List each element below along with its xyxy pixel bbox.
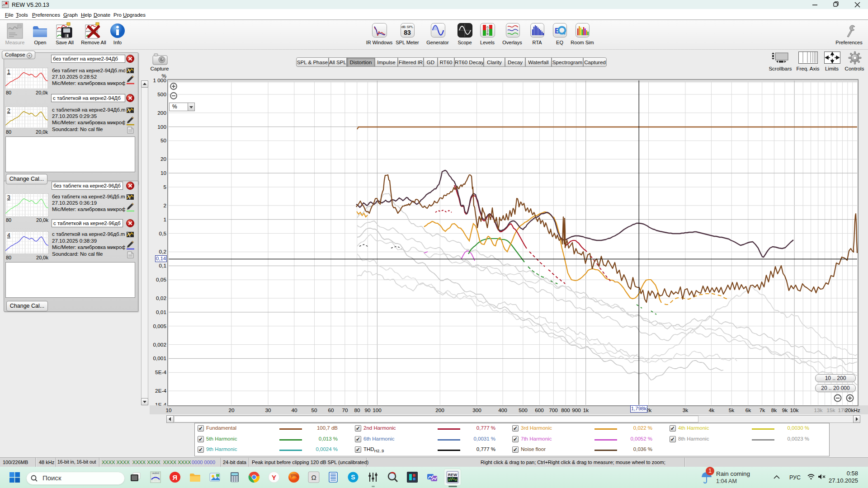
svg-text:Ω: Ω	[311, 474, 316, 481]
svg-text:S: S	[351, 474, 355, 481]
svg-text:Y: Y	[272, 474, 276, 481]
svg-text:REW: REW	[448, 473, 458, 477]
svg-text:Я: Я	[173, 474, 178, 481]
svg-text:audio1: audio1	[152, 472, 159, 474]
